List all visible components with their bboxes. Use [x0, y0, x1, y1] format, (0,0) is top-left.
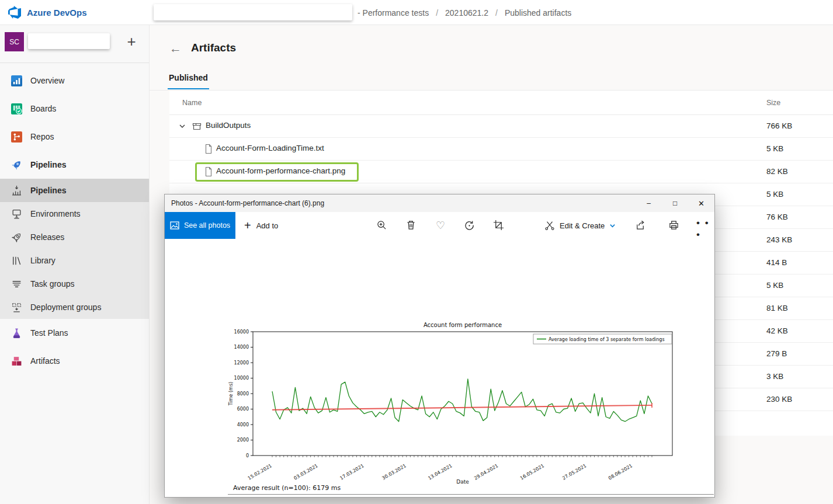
share-icon[interactable]	[635, 220, 647, 231]
sidebar: SC + OverviewBoardsReposPipelinesPipelin…	[0, 25, 150, 504]
new-project-button[interactable]: +	[122, 32, 141, 51]
delete-icon[interactable]	[405, 220, 417, 231]
file-size: 243 KB	[766, 235, 792, 244]
chevron-down-icon[interactable]	[178, 121, 187, 131]
library-icon	[11, 255, 22, 266]
sidebar-item-label: Deployment groups	[30, 303, 101, 312]
file-size: 5 KB	[766, 144, 783, 153]
breadcrumb: - Performance tests / 20210621.2 / Publi…	[358, 0, 571, 25]
sidebar-item-label: Repos	[30, 132, 54, 141]
sidebar-item-repos[interactable]: Repos	[0, 123, 149, 151]
sidebar-item-task-groups[interactable]: Task groups	[0, 272, 149, 296]
breadcrumb-separator: /	[495, 8, 498, 18]
file-icon	[203, 144, 214, 154]
see-all-photos-label: See all photos	[184, 221, 230, 230]
project-avatar[interactable]: SC	[5, 32, 24, 51]
file-icon	[203, 166, 214, 177]
file-size: 42 KB	[766, 326, 788, 335]
photos-toolbar: See all photos + Add to ♡ Edit & Create …	[165, 212, 714, 239]
file-size: 414 B	[766, 258, 787, 267]
brand[interactable]: Azure DevOps	[8, 6, 87, 19]
table-row[interactable]: Account-Form-LoadingTime.txt5 KB	[169, 138, 833, 161]
sidebar-item-boards[interactable]: Boards	[0, 95, 149, 123]
sidebar-item-environments[interactable]: Environments	[0, 202, 149, 225]
back-arrow-icon[interactable]: ←	[169, 42, 182, 54]
tab-published[interactable]: Published	[168, 69, 209, 89]
sidebar-item-artifacts[interactable]: Artifacts	[0, 347, 149, 375]
artifact-package-icon	[192, 121, 202, 131]
file-name[interactable]: Account-Form-LoadingTime.txt	[216, 144, 324, 152]
sidebar-item-test-plans[interactable]: Test Plans	[0, 319, 149, 347]
file-name[interactable]: Account-form-performance-chart.png	[216, 166, 345, 175]
sidebar-item-pipelines[interactable]: Pipelines	[0, 151, 149, 179]
overview-icon	[11, 75, 22, 86]
svg-text:Average loading time of 3 sepa: Average loading time of 3 separate form …	[549, 337, 665, 342]
artifacts-icon	[11, 355, 22, 367]
svg-text:4000: 4000	[237, 422, 249, 427]
photos-title-bar[interactable]: Photos - Account-form-performance-chart …	[165, 194, 714, 212]
rotate-icon[interactable]	[464, 220, 475, 231]
svg-text:0: 0	[246, 453, 249, 458]
sidebar-item-pipelines[interactable]: Pipelines	[0, 179, 149, 202]
table-header: Name Size	[169, 91, 833, 115]
file-size: 5 KB	[766, 281, 783, 290]
column-header-size[interactable]: Size	[766, 99, 780, 107]
page-head: ← Artifacts	[169, 41, 236, 54]
see-all-photos-button[interactable]: See all photos	[165, 212, 235, 239]
brand-label: Azure DevOps	[27, 8, 87, 18]
file-size: 279 B	[766, 349, 787, 358]
chart-average-annotation: Average result (n=100): 6179 ms	[233, 484, 341, 492]
photo-view: Account form performance0200040006000800…	[165, 239, 714, 497]
zoom-in-icon[interactable]	[376, 220, 388, 231]
sidebar-item-overview[interactable]: Overview	[0, 67, 149, 95]
close-button[interactable]: ✕	[688, 194, 714, 212]
svg-text:15.02.2021: 15.02.2021	[247, 463, 273, 481]
sidebar-item-library[interactable]: Library	[0, 249, 149, 272]
breadcrumb-separator: /	[436, 8, 438, 18]
pipelines-icon	[11, 159, 22, 171]
file-size: 81 KB	[766, 304, 788, 312]
minimize-button[interactable]: –	[636, 194, 662, 212]
photos-window: Photos - Account-form-performance-chart …	[164, 194, 715, 498]
svg-text:08.06.2021: 08.06.2021	[608, 463, 633, 481]
breadcrumb-item-pipeline[interactable]: - Performance tests	[358, 8, 429, 18]
redacted-org-name	[154, 4, 352, 20]
add-to-label: Add to	[256, 221, 279, 230]
favorite-icon[interactable]: ♡	[435, 220, 446, 231]
breadcrumb-item-run[interactable]: 20210621.2	[445, 8, 488, 18]
svg-text:13.04.2021: 13.04.2021	[427, 463, 453, 481]
svg-text:03.03.2021: 03.03.2021	[293, 463, 319, 481]
sidebar-item-releases[interactable]: Releases	[0, 225, 149, 249]
sidebar-item-deployment-groups[interactable]: Deployment groups	[0, 296, 149, 319]
svg-text:16.05.2021: 16.05.2021	[519, 463, 545, 481]
artifact-name[interactable]: BuildOutputs	[206, 121, 251, 130]
maximize-button[interactable]: □	[662, 194, 688, 212]
svg-text:16000: 16000	[234, 329, 249, 335]
add-to-button[interactable]: + Add to	[244, 212, 278, 239]
redacted-project-name	[28, 33, 110, 49]
file-size: 5 KB	[766, 190, 783, 199]
azure-devops-app: Azure DevOps - Performance tests / 20210…	[0, 0, 833, 504]
sidebar-item-label: Pipelines	[30, 186, 66, 195]
table-row[interactable]: BuildOutputs766 KB	[169, 115, 833, 138]
photos-window-title: Photos - Account-form-performance-chart …	[171, 199, 324, 207]
breadcrumb-item-artifacts[interactable]: Published artifacts	[505, 8, 571, 18]
sidebar-item-label: Overview	[30, 76, 64, 85]
svg-text:17.03.2021: 17.03.2021	[339, 463, 365, 481]
azure-devops-icon	[8, 6, 21, 19]
repos-icon	[11, 131, 22, 142]
sidebar-item-label: Task groups	[30, 279, 74, 289]
sidebar-item-label: Releases	[30, 232, 64, 242]
table-row[interactable]: Account-form-performance-chart.png82 KB	[169, 161, 833, 183]
edit-create-button[interactable]: Edit & Create	[544, 212, 616, 239]
print-icon[interactable]	[668, 220, 680, 231]
sidebar-item-label: Boards	[30, 104, 56, 113]
environments-icon	[11, 208, 22, 220]
project-switcher: SC +	[0, 25, 149, 63]
svg-text:12000: 12000	[234, 360, 249, 366]
task-groups-icon	[11, 278, 22, 290]
column-header-name[interactable]: Name	[182, 99, 202, 107]
more-options-button[interactable]: • • •	[696, 217, 714, 241]
edit-create-label: Edit & Create	[560, 221, 605, 230]
crop-icon[interactable]	[493, 220, 505, 231]
